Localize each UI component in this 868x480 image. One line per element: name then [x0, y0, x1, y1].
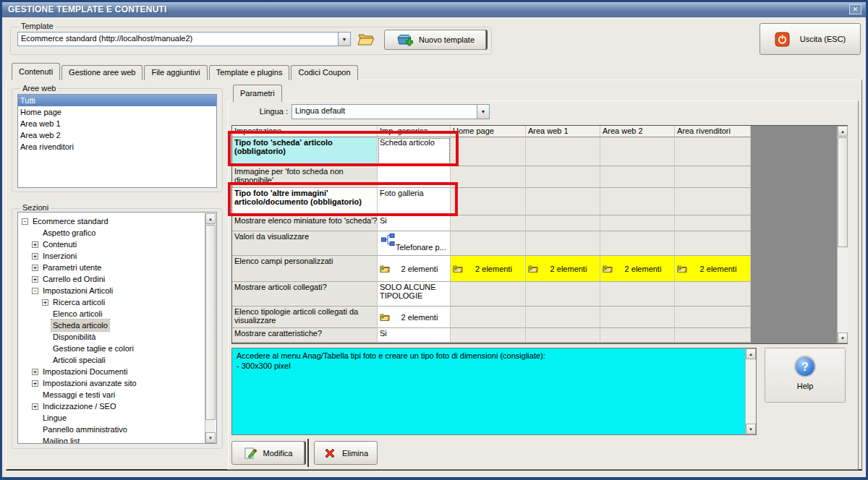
- param-cell[interactable]: 2 elementi: [526, 256, 600, 282]
- template-select[interactable]: Ecommerce standard (http://localhost/man…: [17, 32, 351, 46]
- tree-item-articoli-speciali[interactable]: Articoli speciali: [18, 354, 216, 366]
- scroll-up-icon[interactable]: ▲: [838, 126, 848, 137]
- table-scrollbar[interactable]: ▲ ▼: [837, 126, 848, 343]
- tree-expand-icon[interactable]: +: [32, 276, 38, 283]
- list-item-area-web-2[interactable]: Area web 2: [18, 129, 216, 141]
- tab-gestione-aree-web[interactable]: Gestione aree web: [61, 65, 142, 80]
- tree-item-contenuti[interactable]: +Contenuti: [18, 239, 216, 250]
- titlebar[interactable]: GESTIONE TEMPLATE E CONTENUTI ✕: [2, 2, 866, 17]
- tab-file-aggiuntivi[interactable]: File aggiuntivi: [144, 65, 207, 80]
- param-cell[interactable]: 2 elementi: [675, 256, 751, 282]
- tab-codici-coupon[interactable]: Codici Coupon: [291, 65, 357, 80]
- tab-contenuti[interactable]: Contenuti: [12, 63, 60, 80]
- param-label[interactable]: Elenco campi personalizzati: [232, 256, 378, 282]
- elimina-button[interactable]: Elimina: [314, 441, 378, 465]
- param-value-generica[interactable]: Si: [378, 328, 451, 343]
- param-cell[interactable]: [600, 137, 675, 166]
- param-label[interactable]: Elenco tipologie articoli collegati da v…: [232, 307, 378, 328]
- param-label[interactable]: Tipo foto 'scheda' articolo (obbligatori…: [232, 137, 378, 166]
- tree-item-ricerca-articoli[interactable]: +Ricerca articoli: [18, 296, 216, 308]
- tree-item-scheda-articolo[interactable]: Scheda articolo: [18, 320, 216, 331]
- list-item-area-web-1[interactable]: Area web 1: [18, 118, 216, 129]
- tree-item-impostazioni-avanzate-sito[interactable]: +Impostazioni avanzate sito: [18, 377, 216, 389]
- param-value-generica[interactable]: Si: [378, 215, 451, 231]
- tree-item-gestione-taglie-e-colori[interactable]: Gestione taglie e colori: [18, 343, 216, 354]
- list-item-home-page[interactable]: Home page: [18, 106, 216, 118]
- tree-expand-icon[interactable]: +: [32, 265, 38, 271]
- param-cell[interactable]: [675, 307, 751, 328]
- scroll-down-icon[interactable]: ▼: [746, 424, 756, 434]
- lingua-select[interactable]: Lingua default ▼: [292, 104, 490, 119]
- tree-collapse-icon[interactable]: -: [22, 218, 28, 225]
- param-cell[interactable]: [600, 282, 675, 307]
- param-cell[interactable]: [600, 307, 675, 328]
- param-label[interactable]: Mostrare caratteristiche?: [232, 328, 378, 343]
- tree-item-aspetto-grafico[interactable]: Aspetto grafico: [18, 227, 216, 239]
- param-cell[interactable]: [600, 328, 675, 343]
- tree-item-messaggi-e-testi-vari[interactable]: Messaggi e testi vari: [18, 389, 216, 400]
- param-cell[interactable]: [600, 215, 675, 231]
- param-value-generica[interactable]: Foto galleria: [378, 188, 451, 215]
- param-label[interactable]: Immagine per 'foto scheda non disponibil…: [232, 166, 378, 188]
- tree-item-mailing-list[interactable]: Mailing list: [18, 435, 216, 444]
- param-cell[interactable]: 2 elementi: [600, 256, 675, 282]
- param-cell[interactable]: [526, 307, 600, 328]
- param-label[interactable]: Tipo foto 'altre immagini' articolo/docu…: [232, 188, 378, 215]
- param-cell[interactable]: 2 elementi: [451, 256, 526, 282]
- param-cell[interactable]: [526, 231, 600, 256]
- param-value-generica[interactable]: SOLO ALCUNE TIPOLOGIE: [378, 282, 451, 307]
- param-cell[interactable]: [600, 188, 675, 215]
- info-scrollbar[interactable]: ▲ ▼: [745, 348, 756, 434]
- sezioni-tree-scrollbar[interactable]: ▲ ▼: [205, 213, 216, 443]
- tab-template-e-plugins[interactable]: Template e plugins: [209, 65, 290, 80]
- scroll-up-icon[interactable]: ▲: [746, 348, 756, 359]
- tree-expand-icon[interactable]: +: [32, 403, 38, 410]
- param-cell[interactable]: [451, 188, 526, 215]
- open-folder-icon[interactable]: [357, 33, 375, 46]
- scroll-down-icon[interactable]: ▼: [838, 333, 848, 343]
- param-value-generica[interactable]: Telefonare p...: [378, 231, 451, 256]
- tree-item-inserzioni[interactable]: +Inserzioni: [18, 250, 216, 262]
- scrollbar-thumb[interactable]: [205, 225, 216, 420]
- param-label[interactable]: Mostrare articoli collegati?: [232, 282, 378, 307]
- chevron-down-icon[interactable]: ▼: [338, 33, 350, 46]
- tree-expand-icon[interactable]: +: [42, 299, 48, 306]
- param-cell[interactable]: [600, 166, 675, 188]
- help-button[interactable]: ? Help: [765, 348, 846, 403]
- scroll-up-icon[interactable]: ▲: [205, 213, 216, 224]
- param-cell[interactable]: [451, 215, 526, 231]
- param-label[interactable]: Mostrare elenco miniature foto 'scheda'?: [232, 215, 378, 231]
- param-cell[interactable]: [600, 231, 675, 256]
- tree-item-impostazioni-articoli[interactable]: -Impostazioni Articoli: [18, 285, 216, 296]
- param-value-generica[interactable]: [378, 166, 451, 188]
- param-value-generica[interactable]: 2 elementi: [378, 256, 451, 282]
- param-value-generica[interactable]: Scheda articolo: [378, 137, 451, 166]
- nuovo-template-button[interactable]: Nuovo template: [384, 30, 486, 50]
- param-cell[interactable]: [675, 215, 751, 231]
- tab-parametri[interactable]: Parametri: [233, 85, 282, 102]
- tree-item-carrello-ed-ordini[interactable]: +Carrello ed Ordini: [18, 273, 216, 285]
- chevron-down-icon[interactable]: ▼: [477, 105, 489, 119]
- tree-expand-icon[interactable]: +: [32, 241, 38, 248]
- tree-item-lingue[interactable]: Lingue: [18, 412, 216, 424]
- modifica-button[interactable]: Modifica: [231, 441, 305, 465]
- param-cell[interactable]: [675, 328, 751, 343]
- param-cell[interactable]: [675, 166, 751, 188]
- param-cell[interactable]: [675, 188, 751, 215]
- tree-expand-icon[interactable]: +: [32, 369, 38, 375]
- param-cell[interactable]: [451, 137, 526, 166]
- tree-item-ecommerce-standard[interactable]: -Ecommerce standard: [18, 215, 216, 227]
- scrollbar-thumb[interactable]: [838, 137, 848, 247]
- tree-expand-icon[interactable]: +: [32, 253, 38, 260]
- param-value-generica[interactable]: 2 elementi: [378, 307, 451, 328]
- scroll-down-icon[interactable]: ▼: [205, 432, 216, 443]
- param-cell[interactable]: [451, 307, 526, 328]
- param-cell[interactable]: [526, 282, 600, 307]
- param-label[interactable]: Valori da visualizzare: [232, 231, 378, 256]
- param-cell[interactable]: [451, 166, 526, 188]
- param-cell[interactable]: [526, 166, 600, 188]
- list-item-area-rivenditori[interactable]: Area rivenditori: [18, 141, 216, 153]
- tree-item-impostazioni-documenti[interactable]: +Impostazioni Documenti: [18, 366, 216, 377]
- param-cell[interactable]: [675, 282, 751, 307]
- tree-item-disponibilita[interactable]: Disponibilità: [18, 331, 216, 343]
